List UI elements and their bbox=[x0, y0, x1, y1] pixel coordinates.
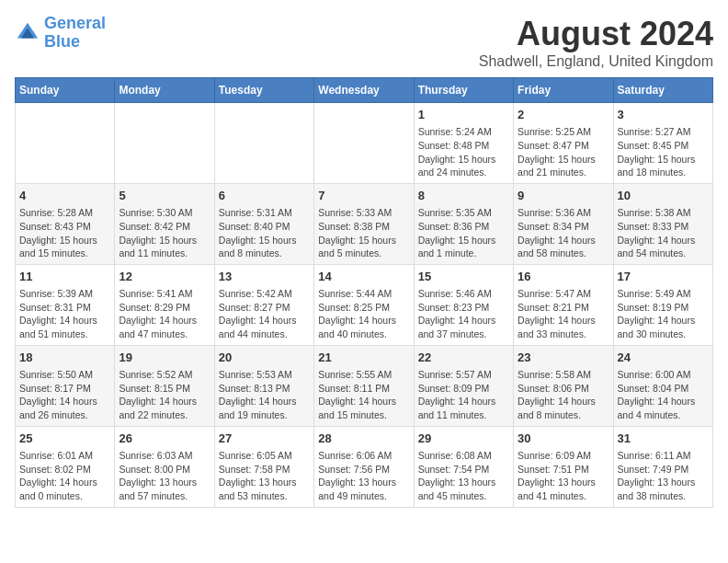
day-info: Sunrise: 6:01 AM Sunset: 8:02 PM Dayligh… bbox=[19, 449, 110, 503]
day-info: Sunrise: 5:24 AM Sunset: 8:48 PM Dayligh… bbox=[418, 125, 509, 179]
calendar-cell: 29Sunrise: 6:08 AM Sunset: 7:54 PM Dayli… bbox=[414, 426, 513, 507]
day-info: Sunrise: 5:39 AM Sunset: 8:31 PM Dayligh… bbox=[19, 287, 110, 341]
calendar-header-row: Sunday Monday Tuesday Wednesday Thursday… bbox=[16, 78, 713, 103]
day-number: 14 bbox=[318, 269, 409, 285]
day-info: Sunrise: 5:57 AM Sunset: 8:09 PM Dayligh… bbox=[418, 368, 509, 422]
subtitle: Shadwell, England, United Kingdom bbox=[479, 53, 713, 70]
calendar-week-row: 1Sunrise: 5:24 AM Sunset: 8:48 PM Daylig… bbox=[16, 103, 713, 184]
calendar-cell: 9Sunrise: 5:36 AM Sunset: 8:34 PM Daylig… bbox=[514, 183, 613, 264]
day-info: Sunrise: 5:27 AM Sunset: 8:45 PM Dayligh… bbox=[618, 125, 709, 179]
day-info: Sunrise: 5:52 AM Sunset: 8:15 PM Dayligh… bbox=[119, 368, 210, 422]
day-info: Sunrise: 5:55 AM Sunset: 8:11 PM Dayligh… bbox=[318, 368, 409, 422]
calendar-cell: 10Sunrise: 5:38 AM Sunset: 8:33 PM Dayli… bbox=[613, 183, 712, 264]
day-info: Sunrise: 5:50 AM Sunset: 8:17 PM Dayligh… bbox=[19, 368, 110, 422]
calendar-cell: 3Sunrise: 5:27 AM Sunset: 8:45 PM Daylig… bbox=[613, 103, 712, 184]
col-friday: Friday bbox=[514, 78, 613, 103]
calendar-cell: 14Sunrise: 5:44 AM Sunset: 8:25 PM Dayli… bbox=[314, 264, 414, 345]
day-info: Sunrise: 6:05 AM Sunset: 7:58 PM Dayligh… bbox=[219, 449, 310, 503]
calendar-cell: 27Sunrise: 6:05 AM Sunset: 7:58 PM Dayli… bbox=[214, 426, 313, 507]
day-number: 5 bbox=[119, 188, 210, 204]
page-header: General Blue August 2024 Shadwell, Engla… bbox=[15, 15, 713, 70]
calendar-cell: 21Sunrise: 5:55 AM Sunset: 8:11 PM Dayli… bbox=[314, 345, 414, 426]
calendar-cell: 5Sunrise: 5:30 AM Sunset: 8:42 PM Daylig… bbox=[115, 183, 214, 264]
day-info: Sunrise: 6:00 AM Sunset: 8:04 PM Dayligh… bbox=[618, 368, 709, 422]
day-number: 4 bbox=[19, 188, 110, 204]
calendar-cell: 12Sunrise: 5:41 AM Sunset: 8:29 PM Dayli… bbox=[115, 264, 214, 345]
day-info: Sunrise: 6:03 AM Sunset: 8:00 PM Dayligh… bbox=[119, 449, 210, 503]
day-number: 31 bbox=[618, 431, 709, 447]
day-info: Sunrise: 5:47 AM Sunset: 8:21 PM Dayligh… bbox=[518, 287, 609, 341]
calendar-cell: 31Sunrise: 6:11 AM Sunset: 7:49 PM Dayli… bbox=[613, 426, 712, 507]
main-title: August 2024 bbox=[479, 15, 713, 53]
calendar-week-row: 11Sunrise: 5:39 AM Sunset: 8:31 PM Dayli… bbox=[16, 264, 713, 345]
calendar-cell: 20Sunrise: 5:53 AM Sunset: 8:13 PM Dayli… bbox=[214, 345, 313, 426]
calendar-cell: 25Sunrise: 6:01 AM Sunset: 8:02 PM Dayli… bbox=[16, 426, 115, 507]
day-info: Sunrise: 5:49 AM Sunset: 8:19 PM Dayligh… bbox=[618, 287, 709, 341]
col-wednesday: Wednesday bbox=[314, 78, 414, 103]
calendar-cell: 26Sunrise: 6:03 AM Sunset: 8:00 PM Dayli… bbox=[115, 426, 214, 507]
day-info: Sunrise: 5:41 AM Sunset: 8:29 PM Dayligh… bbox=[119, 287, 210, 341]
calendar-cell bbox=[115, 103, 214, 184]
calendar-cell: 23Sunrise: 5:58 AM Sunset: 8:06 PM Dayli… bbox=[514, 345, 613, 426]
day-number: 15 bbox=[418, 269, 509, 285]
day-info: Sunrise: 5:36 AM Sunset: 8:34 PM Dayligh… bbox=[518, 206, 609, 260]
col-thursday: Thursday bbox=[414, 78, 513, 103]
calendar-cell: 4Sunrise: 5:28 AM Sunset: 8:43 PM Daylig… bbox=[16, 183, 115, 264]
logo-text: General Blue bbox=[44, 15, 106, 52]
calendar-cell bbox=[214, 103, 313, 184]
calendar-week-row: 4Sunrise: 5:28 AM Sunset: 8:43 PM Daylig… bbox=[16, 183, 713, 264]
day-number: 11 bbox=[19, 269, 110, 285]
day-number: 29 bbox=[418, 431, 509, 447]
day-info: Sunrise: 5:33 AM Sunset: 8:38 PM Dayligh… bbox=[318, 206, 409, 260]
calendar-cell: 24Sunrise: 6:00 AM Sunset: 8:04 PM Dayli… bbox=[613, 345, 712, 426]
calendar-cell: 6Sunrise: 5:31 AM Sunset: 8:40 PM Daylig… bbox=[214, 183, 313, 264]
calendar-cell: 15Sunrise: 5:46 AM Sunset: 8:23 PM Dayli… bbox=[414, 264, 513, 345]
calendar-table: Sunday Monday Tuesday Wednesday Thursday… bbox=[15, 77, 713, 508]
calendar-cell: 28Sunrise: 6:06 AM Sunset: 7:56 PM Dayli… bbox=[314, 426, 414, 507]
day-number: 24 bbox=[618, 350, 709, 366]
day-number: 22 bbox=[418, 350, 509, 366]
day-number: 25 bbox=[19, 431, 110, 447]
day-number: 7 bbox=[318, 188, 409, 204]
day-info: Sunrise: 5:28 AM Sunset: 8:43 PM Dayligh… bbox=[19, 206, 110, 260]
day-number: 20 bbox=[219, 350, 310, 366]
day-number: 23 bbox=[518, 350, 609, 366]
day-info: Sunrise: 6:11 AM Sunset: 7:49 PM Dayligh… bbox=[618, 449, 709, 503]
day-info: Sunrise: 5:30 AM Sunset: 8:42 PM Dayligh… bbox=[119, 206, 210, 260]
calendar-cell: 7Sunrise: 5:33 AM Sunset: 8:38 PM Daylig… bbox=[314, 183, 414, 264]
day-number: 3 bbox=[618, 107, 709, 123]
col-saturday: Saturday bbox=[613, 78, 712, 103]
day-info: Sunrise: 5:38 AM Sunset: 8:33 PM Dayligh… bbox=[618, 206, 709, 260]
day-number: 16 bbox=[518, 269, 609, 285]
day-number: 12 bbox=[119, 269, 210, 285]
title-block: August 2024 Shadwell, England, United Ki… bbox=[479, 15, 713, 70]
day-number: 30 bbox=[518, 431, 609, 447]
day-number: 13 bbox=[219, 269, 310, 285]
day-number: 6 bbox=[219, 188, 310, 204]
calendar-cell: 30Sunrise: 6:09 AM Sunset: 7:51 PM Dayli… bbox=[514, 426, 613, 507]
day-number: 10 bbox=[618, 188, 709, 204]
logo: General Blue bbox=[15, 15, 106, 52]
calendar-cell: 22Sunrise: 5:57 AM Sunset: 8:09 PM Dayli… bbox=[414, 345, 513, 426]
day-info: Sunrise: 5:58 AM Sunset: 8:06 PM Dayligh… bbox=[518, 368, 609, 422]
calendar-week-row: 25Sunrise: 6:01 AM Sunset: 8:02 PM Dayli… bbox=[16, 426, 713, 507]
day-number: 18 bbox=[19, 350, 110, 366]
col-sunday: Sunday bbox=[16, 78, 115, 103]
calendar-cell: 16Sunrise: 5:47 AM Sunset: 8:21 PM Dayli… bbox=[514, 264, 613, 345]
day-number: 21 bbox=[318, 350, 409, 366]
calendar-cell: 18Sunrise: 5:50 AM Sunset: 8:17 PM Dayli… bbox=[16, 345, 115, 426]
day-info: Sunrise: 6:06 AM Sunset: 7:56 PM Dayligh… bbox=[318, 449, 409, 503]
day-info: Sunrise: 5:25 AM Sunset: 8:47 PM Dayligh… bbox=[518, 125, 609, 179]
calendar-cell: 2Sunrise: 5:25 AM Sunset: 8:47 PM Daylig… bbox=[514, 103, 613, 184]
day-info: Sunrise: 5:35 AM Sunset: 8:36 PM Dayligh… bbox=[418, 206, 509, 260]
calendar-week-row: 18Sunrise: 5:50 AM Sunset: 8:17 PM Dayli… bbox=[16, 345, 713, 426]
calendar-cell: 13Sunrise: 5:42 AM Sunset: 8:27 PM Dayli… bbox=[214, 264, 313, 345]
day-number: 1 bbox=[418, 107, 509, 123]
day-info: Sunrise: 5:46 AM Sunset: 8:23 PM Dayligh… bbox=[418, 287, 509, 341]
day-info: Sunrise: 5:31 AM Sunset: 8:40 PM Dayligh… bbox=[219, 206, 310, 260]
calendar-cell: 19Sunrise: 5:52 AM Sunset: 8:15 PM Dayli… bbox=[115, 345, 214, 426]
day-info: Sunrise: 6:08 AM Sunset: 7:54 PM Dayligh… bbox=[418, 449, 509, 503]
day-number: 2 bbox=[518, 107, 609, 123]
day-number: 27 bbox=[219, 431, 310, 447]
col-tuesday: Tuesday bbox=[214, 78, 313, 103]
